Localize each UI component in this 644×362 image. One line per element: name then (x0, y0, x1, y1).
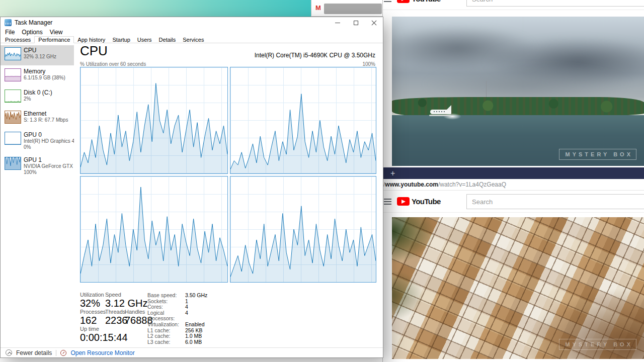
video-player-top[interactable]: MYSTERY BOX (392, 17, 644, 166)
stat-label: Threads (105, 309, 125, 315)
menu-options[interactable]: Options (18, 29, 46, 36)
desktop-background (0, 0, 312, 17)
cpu-detail-pane: CPU Intel(R) Core(TM) i5-4690K CPU @ 3.5… (74, 43, 383, 347)
sidebar-item-gpu0[interactable]: GPU 0 Intel(R) HD Graphics 460 0% (1, 130, 74, 154)
sidebar-item-detail: 32% 3.12 GHz (24, 54, 74, 60)
performance-sidebar: CPU 32% 3.12 GHz Memory 6.1/15.9 GB (38%… (1, 43, 74, 347)
page-title: CPU (80, 43, 108, 59)
tab-strip: Processes Performance App history Startu… (1, 36, 383, 43)
sidebar-item-title: Ethernet (24, 110, 74, 117)
spec-value: 6.0 MB (185, 339, 202, 345)
sidebar-item-ethernet[interactable]: Ethernet S: 1.3 R: 67.7 Mbps (1, 109, 74, 129)
sidebar-item-disk[interactable]: Disk 0 (C:) 2% (1, 87, 74, 108)
sidebar-item-detail: NVIDIA GeForce GTX 16 (24, 163, 74, 169)
task-manager-window: Task Manager File Options View Processes… (0, 17, 383, 358)
youtube-play-icon (397, 0, 410, 3)
search-input[interactable] (466, 194, 644, 209)
sidebar-item-detail: S: 1.3 R: 67.7 Mbps (24, 117, 74, 123)
tab-details[interactable]: Details (155, 36, 180, 43)
sidebar-item-title: GPU 1 (24, 156, 74, 163)
stat-label: Handles (125, 309, 145, 315)
address-bar[interactable]: /www.youtube.com/watch?v=1La4QzGeaaQ (383, 179, 644, 191)
search-input[interactable] (466, 0, 644, 7)
spec-value: 1.0 MB (185, 333, 202, 339)
cpu-spec-list: Base speed:3.50 GHz Sockets:1 Cores:4 Lo… (147, 293, 248, 345)
youtube-logo[interactable]: YouTube (397, 197, 441, 206)
spec-label: L3 cache: (147, 339, 185, 345)
tab-services[interactable]: Services (179, 36, 207, 43)
browser-window-bottom: + /www.youtube.com/watch?v=1La4QzGeaaQ Y… (382, 167, 644, 362)
new-tab-button[interactable]: + (390, 167, 395, 179)
sidebar-item-detail: 100% (24, 169, 74, 175)
open-resource-monitor-link[interactable]: Open Resource Monitor (70, 349, 134, 356)
gpu1-thumbnail-chart (5, 157, 21, 170)
memory-thumbnail-chart (5, 68, 21, 81)
chart-axis-label: % Utilization over 60 seconds (80, 61, 146, 67)
video-watermark: MYSTERY BOX (559, 149, 636, 160)
stat-speed: 3.12 GHz (105, 298, 147, 309)
maximize-icon (354, 21, 358, 25)
menu-hamburger-icon[interactable] (384, 0, 391, 2)
stat-threads: 2236 (105, 315, 128, 326)
menu-hamburger-icon[interactable] (384, 199, 391, 205)
youtube-play-icon (397, 197, 410, 206)
spec-label: Virtualization: (147, 322, 185, 328)
tab-app-history[interactable]: App history (74, 36, 109, 43)
cpu-model-name: Intel(R) Core(TM) i5-4690K CPU @ 3.50GHz (255, 52, 375, 59)
seaplane-graphic (430, 110, 451, 114)
stat-label: Speed (105, 292, 121, 298)
antenna-graphic (486, 81, 487, 98)
menu-view[interactable]: View (46, 29, 66, 36)
performance-pane: CPU 32% 3.12 GHz Memory 6.1/15.9 GB (38%… (1, 43, 383, 347)
sidebar-item-detail: 6.1/15.9 GB (38%) (24, 75, 74, 81)
spec-value: 4 (185, 310, 188, 322)
cpu-thumbnail-chart (5, 47, 21, 60)
core-chart-1 (230, 67, 376, 174)
spec-value: Enabled (185, 322, 205, 328)
fewer-details-button[interactable]: Fewer details (16, 349, 52, 356)
minimize-icon (335, 23, 340, 23)
video-player-bottom[interactable]: MYSTERY BOX (392, 217, 644, 359)
gmail-favicon: M (315, 4, 321, 12)
url-path: /watch?v=1La4QzGeaaQ (438, 181, 506, 188)
menu-file[interactable]: File (2, 29, 18, 36)
background-browser-tab[interactable] (324, 4, 382, 14)
cpu-stats: Utilization Speed 32% 3.12 GHz Processes… (80, 292, 301, 347)
stat-label: Up time (80, 326, 99, 332)
spec-label: Base speed: (147, 293, 185, 299)
youtube-logo-text: YouTube (412, 0, 441, 3)
sidebar-item-title: Memory (24, 68, 74, 75)
url-domain: youtube.com (400, 181, 438, 188)
stat-processes: 162 (80, 315, 97, 326)
seaplane-floats-graphic (429, 115, 451, 116)
chevron-up-circle-icon (6, 349, 12, 356)
sidebar-item-gpu1[interactable]: GPU 1 NVIDIA GeForce GTX 16 100% (1, 155, 74, 179)
youtube-header-top: YouTube (383, 0, 644, 10)
menu-bar: File Options View (1, 28, 383, 36)
sidebar-item-detail: Intel(R) HD Graphics 460 (24, 138, 74, 144)
sidebar-item-title: Disk 0 (C:) (24, 89, 74, 96)
sidebar-item-memory[interactable]: Memory 6.1/15.9 GB (38%) (1, 66, 74, 86)
spec-value: 3.50 GHz (185, 293, 207, 299)
tab-users[interactable]: Users (134, 36, 155, 43)
sidebar-item-title: CPU (24, 47, 74, 54)
window-title: Task Manager (15, 19, 52, 26)
spec-label: Logical processors: (147, 310, 185, 322)
minimize-button[interactable] (329, 17, 347, 28)
chart-axis-max: 100% (362, 61, 375, 67)
close-icon (371, 20, 377, 26)
maximize-button[interactable] (347, 17, 365, 28)
title-bar[interactable]: Task Manager (1, 17, 383, 28)
footer-divider (56, 350, 56, 356)
url-prefix: www. (385, 181, 400, 188)
youtube-logo[interactable]: YouTube (397, 0, 441, 3)
tab-performance[interactable]: Performance (34, 36, 74, 43)
tab-processes[interactable]: Processes (2, 36, 34, 43)
ethernet-thumbnail-chart (5, 111, 21, 124)
sidebar-item-cpu[interactable]: CPU 32% 3.12 GHz (1, 45, 74, 65)
close-button[interactable] (365, 17, 383, 28)
cpu-core-charts (80, 67, 376, 283)
tab-startup[interactable]: Startup (109, 36, 133, 43)
sidebar-item-title: GPU 0 (24, 131, 74, 138)
resource-monitor-icon (60, 350, 66, 356)
